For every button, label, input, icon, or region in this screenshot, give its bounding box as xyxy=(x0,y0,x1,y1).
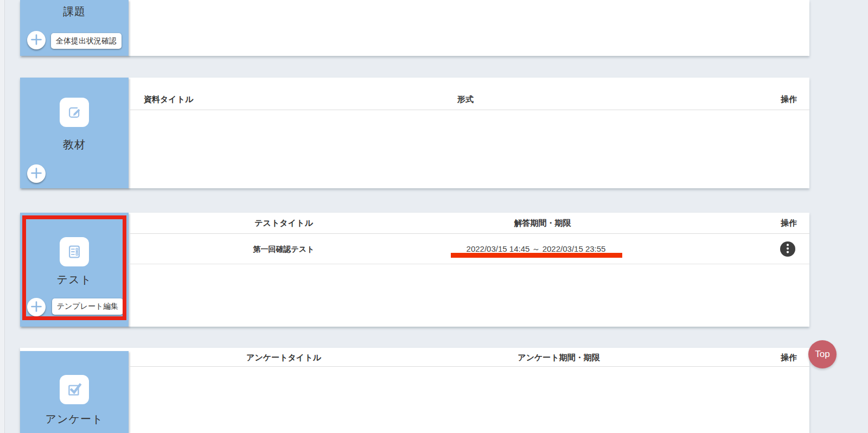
kebab-menu-icon xyxy=(783,243,792,256)
test-title[interactable]: 第一回確認テスト xyxy=(202,244,365,254)
material-panel[interactable]: 教材 xyxy=(20,78,129,188)
column-header-format: 形式 xyxy=(438,94,493,105)
left-edge-divider xyxy=(0,0,5,433)
add-assignment-button[interactable] xyxy=(27,31,46,49)
assignment-section: 課題 全体提出状況確認 xyxy=(20,0,809,56)
red-underline-annotation xyxy=(451,253,622,258)
survey-table-header: アンケートタイトル アンケート期間・期限 操作 xyxy=(129,348,809,367)
survey-table: アンケートタイトル アンケート期間・期限 操作 xyxy=(129,348,809,433)
plus-icon xyxy=(30,167,42,181)
survey-panel[interactable]: アンケート xyxy=(20,351,129,433)
submission-status-button[interactable]: 全体提出状況確認 xyxy=(51,33,122,49)
survey-panel-label: アンケート xyxy=(20,412,129,426)
test-panel-label: テスト xyxy=(20,272,129,286)
column-header-doc-title: 資料タイトル xyxy=(144,94,193,105)
material-table-header: 資料タイトル 形式 操作 xyxy=(129,78,809,110)
column-header-test-title: テストタイトル xyxy=(229,218,338,228)
test-panel[interactable]: テスト テンプレート編集 xyxy=(20,213,129,327)
test-section: テスト テンプレート編集 テストタイトル 解答期間・期限 操作 第一回確認テスト… xyxy=(20,213,809,327)
test-table: テストタイトル 解答期間・期限 操作 第一回確認テスト 2022/03/15 1… xyxy=(129,213,809,327)
edit-material-icon xyxy=(60,98,89,127)
column-header-survey-period: アンケート期間・期限 xyxy=(477,352,640,363)
column-header-answer-period: 解答期間・期限 xyxy=(461,218,624,228)
survey-section: アンケート アンケートタイトル アンケート期間・期限 操作 xyxy=(20,348,809,433)
column-header-operations: 操作 xyxy=(762,94,816,105)
add-material-button[interactable] xyxy=(27,164,46,183)
column-header-operations: 操作 xyxy=(762,218,816,228)
template-edit-button[interactable]: テンプレート編集 xyxy=(52,298,123,315)
column-header-survey-title: アンケートタイトル xyxy=(229,352,338,363)
plus-icon xyxy=(30,34,42,47)
test-row[interactable]: 第一回確認テスト 2022/03/15 14:45 ～ 2022/03/15 2… xyxy=(129,234,809,264)
assignment-panel-label: 課題 xyxy=(20,4,129,18)
survey-checkbox-icon xyxy=(60,375,89,404)
add-test-button[interactable] xyxy=(27,298,46,316)
material-table: 資料タイトル 形式 操作 xyxy=(129,78,809,188)
column-header-operations: 操作 xyxy=(762,352,816,363)
assignment-panel[interactable]: 課題 全体提出状況確認 xyxy=(20,0,129,56)
assignment-table-empty xyxy=(129,0,809,56)
material-section: 教材 資料タイトル 形式 操作 xyxy=(20,78,809,188)
scroll-to-top-button[interactable]: Top xyxy=(808,340,837,368)
plus-icon xyxy=(30,301,42,314)
material-panel-label: 教材 xyxy=(20,137,129,151)
kebab-menu-button[interactable] xyxy=(780,241,795,257)
course-page: 課題 全体提出状況確認 教材 xyxy=(0,0,868,433)
test-list-icon xyxy=(60,237,89,266)
test-table-header: テストタイトル 解答期間・期限 操作 xyxy=(129,213,809,234)
